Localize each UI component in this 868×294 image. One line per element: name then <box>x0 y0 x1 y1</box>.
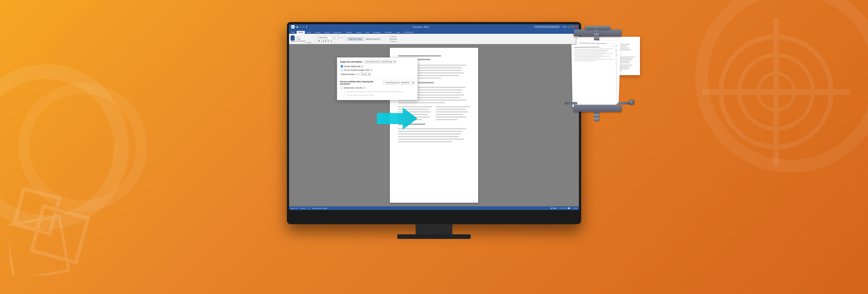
monitor-container: W 💾 ↩ ↪ ▼ Document - Word <box>213 19 655 275</box>
strikethrough-button[interactable]: S̶ <box>325 40 327 42</box>
section2-dropdown[interactable]: Annual Report 2019 - BankofCan... <box>383 81 415 84</box>
find-button[interactable]: 🔍 Find ▼ <box>389 36 398 38</box>
embed-fonts-label: Embed fonts in the file i <box>344 87 365 89</box>
font-group: A↑ A↓ B I U S̶ x₂ x² <box>318 36 345 42</box>
press-handle-left <box>564 102 578 104</box>
paste-icon <box>290 36 294 41</box>
main-content: W 💾 ↩ ↪ ▼ Document - Word <box>0 0 868 294</box>
compress-images-checkbox[interactable] <box>341 69 343 71</box>
styles-group: AaBbCcDd Subtitle AaBbCcDd Subtle Em... <box>347 37 385 41</box>
tell-me-box[interactable]: 🔍 Tell me what you want to do <box>534 26 560 28</box>
font-row1: A↑ A↓ <box>318 36 343 39</box>
font-name-input[interactable] <box>318 36 333 39</box>
view-buttons: ▤ ▥ ▦ <box>550 207 556 209</box>
compress-info-icon: i <box>370 69 372 71</box>
default-resolution-row: Default resolution: i 150 ppi <box>340 73 415 76</box>
save-quick-btn[interactable]: 💾 <box>296 26 298 28</box>
style-heading[interactable]: AaBbCcDd Subtle Em... <box>364 37 383 41</box>
undo-quick-btn[interactable]: ↩ <box>300 26 301 28</box>
word-title-text: Document - Word <box>308 25 534 29</box>
zoom-in-btn[interactable]: + <box>572 207 573 209</box>
tab-mailings[interactable]: Mailings <box>344 31 354 34</box>
section1-dropdown[interactable]: Annual Report 2019 - BankofCanada <box>364 60 396 63</box>
resolution-label: Default resolution: i <box>341 73 359 75</box>
maximize-button[interactable]: □ <box>571 26 574 28</box>
zoom-control: ─ + 100% <box>558 207 578 209</box>
monitor-stand <box>415 224 453 235</box>
doc-header-line1 <box>398 55 441 57</box>
italic-button[interactable]: I <box>321 40 322 42</box>
zoom-out-btn[interactable]: ─ <box>558 207 560 209</box>
monitor-screen: W 💾 ↩ ↪ ▼ Document - Word <box>289 24 579 210</box>
zoom-slider[interactable] <box>560 208 571 208</box>
bold-button[interactable]: B <box>318 40 320 42</box>
section1-title: Image Size and Quality Annual Report 201… <box>340 60 415 63</box>
discard-editing-checkbox[interactable] <box>341 65 343 67</box>
word-document-area <box>289 44 579 206</box>
tab-design[interactable]: Design <box>313 31 322 34</box>
quick-access-toolbar: 💾 ↩ ↪ ▼ <box>296 26 308 28</box>
underline-button[interactable]: U <box>322 40 324 42</box>
press-handle-top <box>585 26 611 29</box>
increase-font-button[interactable]: A↑ <box>339 37 341 39</box>
style-normal[interactable]: AaBbCcDd Subtitle <box>347 37 363 41</box>
tab-references[interactable]: References <box>332 31 344 34</box>
resolution-dropdown[interactable]: 150 ppi <box>360 73 371 76</box>
monitor-base <box>397 234 471 239</box>
decrease-font-button[interactable]: A↓ <box>341 37 343 39</box>
cut-button[interactable]: ✂ Cut <box>295 36 306 38</box>
tab-developer1[interactable]: Developer <box>371 31 382 34</box>
replace-button[interactable]: 🔄 Replace <box>389 38 398 40</box>
font-size-input[interactable] <box>333 36 338 39</box>
tab-insert[interactable]: Insert <box>305 31 313 34</box>
discard-editing-row: Discard editing data i <box>340 65 415 67</box>
doc-col2-line2 <box>435 109 466 110</box>
word-titlebar: W 💾 ↩ ↪ ▼ Document - Word <box>289 24 579 29</box>
close-button[interactable]: ✕ <box>575 26 578 28</box>
editing-group: 🔍 Find ▼ 🔄 Replace ↗ Select ▼ <box>387 36 398 42</box>
superscript-button[interactable]: x² <box>330 40 332 42</box>
tab-help[interactable]: Help <box>395 31 402 34</box>
tab-layout[interactable]: Layout <box>322 31 331 34</box>
no-embed-common-label: Do not embed common system fonts <box>347 94 374 96</box>
font-row2: B I U S̶ x₂ x² <box>318 40 343 42</box>
doc-spacer4 <box>398 105 470 106</box>
paste-button[interactable]: Paste <box>290 36 294 42</box>
compression-arrow <box>377 106 417 131</box>
image-size-section: Image Size and Quality Annual Report 201… <box>340 60 415 76</box>
copy-button[interactable]: 📋 Copy <box>295 38 306 40</box>
select-button[interactable]: ↗ Select ▼ <box>389 40 398 42</box>
tab-view[interactable]: View <box>364 31 371 34</box>
share-btn[interactable]: Share <box>562 26 567 28</box>
language-indicator: English (United Kingdo... <box>312 207 328 209</box>
doc-col-right <box>435 106 470 122</box>
redo-quick-btn[interactable]: ↪ <box>303 26 304 28</box>
tab-pdfelement[interactable]: PDFelement <box>402 31 415 34</box>
minimize-button[interactable]: ─ <box>568 26 571 28</box>
fidelity-section: Preserve fidelity when sharing this docu… <box>340 80 415 96</box>
customize-quick-btn[interactable]: ▼ <box>306 26 308 28</box>
tab-file[interactable]: File <box>290 31 296 34</box>
zoom-thumb <box>568 207 569 209</box>
tab-developer2[interactable]: Developer <box>383 31 394 34</box>
resolution-info-icon: i <box>356 73 359 75</box>
discard-editing-label: Discard editing data i <box>344 65 363 67</box>
options-dialog: Image Size and Quality Annual Report 201… <box>337 57 418 100</box>
ribbon-tabs: File Home Insert Design Layout Reference… <box>289 29 579 34</box>
zoom-level: 100% <box>574 207 578 209</box>
press-bottom-plate <box>574 105 622 112</box>
embed-fonts-checkbox[interactable] <box>341 87 343 89</box>
no-embed-common-checkbox <box>344 94 346 96</box>
word-statusbar: Page 2 of 2 8 words ✓ English (United Ki… <box>289 206 579 210</box>
format-painter-button[interactable]: 🖌 Format Painter <box>295 40 306 42</box>
doc-line-19 <box>398 141 452 142</box>
proofing-icon[interactable]: ✓ <box>308 207 310 209</box>
tab-home[interactable]: Home <box>297 31 305 34</box>
tab-review[interactable]: Review <box>354 31 363 34</box>
subscript-button[interactable]: x₂ <box>327 40 330 42</box>
embed-only-chars-checkbox <box>344 90 346 93</box>
ribbon-content: Paste ✂ Cut 📋 Copy 🖌 Format Painter Clip… <box>289 34 579 44</box>
screw-press-container <box>570 29 625 188</box>
doc-col2-line5 <box>435 117 466 118</box>
no-embed-common-row: Do not embed common system fonts <box>340 94 415 96</box>
